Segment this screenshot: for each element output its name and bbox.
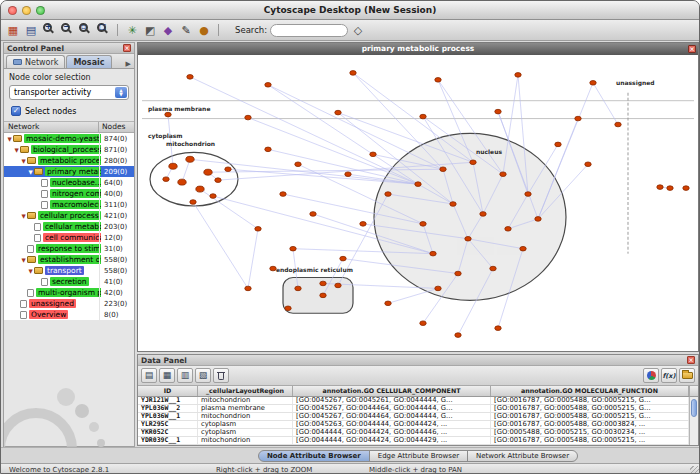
network-node[interactable]: [285, 306, 291, 311]
table-row[interactable]: YPL036W__2plasma membrane[GO:0045267, GO…: [138, 405, 689, 413]
table-cell[interactable]: YLR295C: [138, 421, 198, 428]
plugin-manager-icon[interactable]: ●: [196, 22, 212, 38]
network-node[interactable]: [310, 212, 316, 217]
new-network-icon[interactable]: ▦: [5, 22, 21, 38]
table-row[interactable]: YKR052Ccytoplasm[GO:0044444, GO:0044424,…: [138, 429, 689, 437]
import-attributes-icon[interactable]: [679, 368, 695, 383]
network-node[interactable]: [210, 194, 216, 199]
resize-grip[interactable]: [690, 466, 700, 474]
network-node[interactable]: [420, 222, 426, 227]
network-node[interactable]: [163, 177, 169, 182]
network-node[interactable]: [657, 185, 663, 190]
tree-row-biological-process[interactable]: ▼biological_process871(0): [4, 144, 134, 155]
zoom-selected-region-icon[interactable]: ▫: [77, 22, 93, 38]
network-node[interactable]: [435, 286, 441, 291]
table-row[interactable]: YPL036W__1mitochondrion[GO:0045267, GO:0…: [138, 413, 689, 421]
table-cell[interactable]: [GO:0005488, GO:0005215, GO:0030234, ...: [491, 429, 689, 436]
network-node[interactable]: [245, 286, 251, 291]
network-node[interactable]: [295, 162, 301, 167]
network-node[interactable]: [215, 178, 221, 183]
column-header-id[interactable]: ID: [138, 386, 198, 396]
network-node[interactable]: [265, 147, 271, 152]
network-node[interactable]: [535, 217, 541, 222]
table-cell[interactable]: [GO:0016787, GO:0005488, GO:0005215, G..…: [491, 413, 689, 420]
table-row[interactable]: YJR121W__1mitochondrion[GO:0045267, GO:0…: [138, 397, 689, 405]
network-node[interactable]: [169, 163, 177, 169]
tree-row-macromolecule[interactable]: macromolecule...311(0): [4, 199, 134, 210]
table-cell[interactable]: YPL036W__1: [138, 413, 198, 420]
tree-row-metabolic-process[interactable]: ▼metabolic process280(0): [4, 155, 134, 166]
table-cell[interactable]: [GO:0016787, GO:0005488, GO:0005215, ...: [491, 437, 689, 444]
table-row[interactable]: YDR039C__1mitochondrion[GO:0044444, GO:0…: [138, 437, 689, 445]
select-attributes-icon[interactable]: ▤: [141, 368, 157, 383]
network-view-close-button[interactable]: [688, 45, 696, 53]
select-nodes-checkbox[interactable]: [11, 106, 21, 116]
table-row[interactable]: YLR295Ccytoplasm[GO:0045263, GO:0044444,…: [138, 421, 689, 429]
show-graphics-details-icon[interactable]: ◩: [142, 22, 158, 38]
network-node[interactable]: [385, 301, 391, 306]
column-header-annotation-go-cellular-component[interactable]: annotation.GO CELLULAR_COMPONENT: [293, 386, 491, 396]
table-cell[interactable]: [GO:0045267, GO:0045261, GO:0044444, G..…: [293, 397, 491, 404]
network-node[interactable]: [430, 251, 436, 256]
network-node[interactable]: [450, 202, 456, 207]
table-cell[interactable]: mitochondrion: [198, 413, 293, 420]
network-node[interactable]: [187, 75, 193, 80]
table-cell[interactable]: YDR039C__1: [138, 437, 198, 444]
table-cell[interactable]: [GO:0044444, GO:0044424, GO:0044429, ...: [293, 437, 491, 444]
zoom-in-icon[interactable]: +: [41, 22, 57, 38]
network-node[interactable]: [340, 256, 346, 261]
network-node[interactable]: [590, 81, 596, 86]
tab-mosaic[interactable]: Mosaic: [66, 55, 111, 68]
network-canvas-svg[interactable]: plasma membranecytoplasmmitochondrionnuc…: [138, 55, 698, 351]
network-node[interactable]: [196, 186, 204, 192]
select-all-attributes-icon[interactable]: ▦: [159, 368, 175, 383]
table-cell[interactable]: YKR052C: [138, 429, 198, 436]
close-window-button[interactable]: [8, 6, 17, 15]
network-node[interactable]: [480, 212, 486, 217]
network-node[interactable]: [490, 266, 496, 271]
network-node[interactable]: [385, 192, 391, 197]
network-node[interactable]: [335, 283, 341, 288]
tree-row-multi-organism-pro[interactable]: multi-organism pro...42(0): [4, 287, 134, 298]
network-node[interactable]: [585, 162, 591, 167]
zoom-window-button[interactable]: [36, 6, 45, 15]
expander-triangle[interactable]: ▼: [13, 147, 20, 153]
network-node[interactable]: [265, 83, 271, 88]
tree-row-response-to-stimul[interactable]: response to stimul...31(0): [4, 243, 134, 254]
tab-scroll-right-arrow[interactable]: ▶: [125, 60, 132, 68]
tab-edge-attribute-browser[interactable]: Edge Attribute Browser: [369, 450, 468, 462]
network-node[interactable]: [575, 116, 581, 121]
open-session-icon[interactable]: ▤: [23, 22, 39, 38]
network-node[interactable]: [290, 246, 296, 251]
tree-row-cell-communica[interactable]: cell communica...12(0): [4, 232, 134, 243]
network-node[interactable]: [280, 192, 286, 197]
network-node[interactable]: [470, 160, 476, 165]
create-attribute-icon[interactable]: ▧: [195, 368, 211, 383]
table-cell[interactable]: cytoplasm: [198, 429, 293, 436]
unselect-all-attributes-icon[interactable]: ▥: [177, 368, 193, 383]
network-node[interactable]: [320, 293, 326, 298]
network-node[interactable]: [420, 321, 426, 326]
network-node[interactable]: [455, 333, 461, 338]
table-cell[interactable]: [GO:0016787, GO:0005488, GO:0005215, G..…: [491, 397, 689, 404]
network-node[interactable]: [335, 110, 341, 115]
network-node[interactable]: [667, 186, 673, 191]
network-node[interactable]: [350, 71, 356, 76]
network-node[interactable]: [370, 152, 376, 157]
tree-row-nitrogen-compo[interactable]: nitrogen compo...40(0): [4, 188, 134, 199]
network-node[interactable]: [440, 167, 446, 172]
network-node[interactable]: [178, 179, 186, 185]
tab-node-attribute-browser[interactable]: Node Attribute Browser: [258, 450, 370, 462]
table-cell[interactable]: cytoplasm: [198, 421, 293, 428]
chart-icon[interactable]: [643, 368, 659, 383]
tree-row-cellular-metabo[interactable]: cellular metabo...203(0): [4, 221, 134, 232]
network-node[interactable]: [360, 222, 366, 227]
tree-row-overview[interactable]: Overview8(0): [4, 309, 134, 320]
zoom-out-icon[interactable]: −: [59, 22, 75, 38]
control-panel-close-button[interactable]: [123, 44, 131, 52]
vertical-scrollbar[interactable]: [689, 397, 698, 445]
table-cell[interactable]: [GO:0044444, GO:0044424, GO:0044446, ...: [293, 429, 491, 436]
delete-attribute-icon[interactable]: [213, 368, 229, 383]
expander-triangle[interactable]: ▼: [27, 169, 34, 175]
network-node[interactable]: [495, 326, 501, 331]
